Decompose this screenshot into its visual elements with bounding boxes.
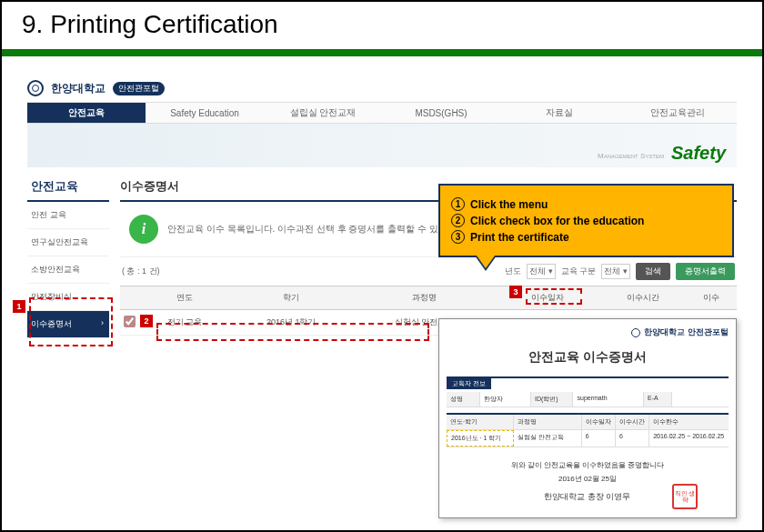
- slide: 9. Printing Certification 한양대학교 안전관포털 안전…: [0, 0, 764, 532]
- banner-subtitle: Management System: [598, 152, 664, 160]
- page-area: 한양대학교 안전관포털 안전교육 Safety Education 설립실 안전…: [2, 56, 762, 529]
- tab-lab-material[interactable]: 설립실 안전교재: [264, 103, 382, 123]
- cert-section-1: 교육자 전보 성명 한양자 ID(학번) supermath E-A: [447, 376, 729, 407]
- cert-logo-icon: [631, 328, 640, 337]
- info-text: 안전교육 이수 목록입니다. 이수과전 선택 후 증명서를 출력할 수 있습니다…: [167, 223, 468, 236]
- cert-signer: 한양대학교 총장 이영무 직인 생략: [447, 491, 729, 503]
- search-button[interactable]: 검색: [636, 263, 670, 280]
- sidebar-item-1[interactable]: 연구실안전교육: [27, 229, 109, 256]
- sidebar-title: 안전교육: [27, 173, 109, 202]
- col-check: [120, 286, 139, 310]
- sidebar-item-2[interactable]: 소방안전교육: [27, 256, 109, 284]
- marker-1: 1: [13, 300, 25, 313]
- col-hours: 이수시간: [599, 286, 686, 310]
- list-toolbar: ( 총 : 1 건) 년도 전체 ▾ 교육 구분 전체 ▾ 검색 증명서출력: [120, 257, 737, 286]
- cert-date: 2016년 02월 25일: [447, 474, 729, 484]
- banner: Management System Safety: [27, 124, 737, 167]
- tab-resources[interactable]: 자료실: [500, 103, 618, 123]
- cert-sec2-row: 2016년도 · 1 학기 실험실 안전교육 6 6 2016.02.25 ~ …: [447, 430, 729, 447]
- cert-logo-text: 한양대학교 안전관포털: [447, 326, 729, 338]
- highlight-box-1: [29, 297, 113, 346]
- step-text-1: Click the menu: [470, 198, 548, 211]
- sidebar-item-0[interactable]: 안전 교육: [27, 202, 109, 229]
- step-text-2: Click check box for the education: [470, 215, 644, 227]
- slide-title: 9. Printing Certification: [22, 10, 278, 39]
- year-label: 년도: [505, 266, 521, 277]
- title-underline: [2, 49, 762, 56]
- seal-stamp-icon: 직인 생략: [672, 484, 698, 509]
- type-select[interactable]: 전체 ▾: [601, 264, 630, 279]
- callout-step-1: 1 Click the menu: [451, 197, 721, 211]
- col-status: 이수: [686, 286, 737, 310]
- tab-safety-edu-en[interactable]: Safety Education: [146, 103, 264, 123]
- tab-msds[interactable]: MSDS(GHS): [382, 103, 500, 123]
- highlight-box-2: [156, 323, 429, 341]
- portal-badge: 안전관포털: [113, 82, 165, 95]
- highlight-box-3: [526, 288, 582, 305]
- step-num-3: 3: [451, 230, 465, 244]
- cert-sec2-header: 연도·학기 과정명 이수일자 이수시간 이수한수: [447, 415, 729, 430]
- cert-title: 안전교육 이수증명서: [447, 349, 729, 366]
- col-year: 연도: [139, 286, 230, 310]
- callout-step-3: 3 Print the certificate: [451, 230, 721, 244]
- print-cert-button[interactable]: 증명서출력: [676, 263, 735, 280]
- banner-brand: Safety: [671, 143, 726, 164]
- marker-3: 3: [509, 286, 522, 298]
- marker-2: 2: [140, 315, 153, 327]
- university-logo-icon: [27, 80, 44, 96]
- cert-section-2: 연도·학기 과정명 이수일자 이수시간 이수한수 2016년도 · 1 학기 실…: [447, 413, 729, 447]
- col-term: 학기: [230, 286, 352, 310]
- callout-step-2: 2 Click check box for the education: [451, 214, 721, 227]
- row-checkbox[interactable]: [124, 316, 136, 327]
- instruction-callout: 1 Click the menu 2 Click check box for t…: [438, 184, 734, 257]
- certificate-preview: 한양대학교 안전관포털 안전교육 이수증명서 교육자 전보 성명 한양자 ID(…: [438, 318, 737, 518]
- nav-tabs: 안전교육 Safety Education 설립실 안전교재 MSDS(GHS)…: [27, 102, 737, 124]
- step-num-1: 1: [451, 197, 465, 211]
- col-course: 과정명: [352, 286, 496, 310]
- cert-statement: 위와 같이 안전교육을 이수하였음을 증명합니다: [447, 460, 729, 470]
- cert-row-info: 성명 한양자 ID(학번) supermath E-A: [447, 392, 729, 407]
- type-label: 교육 구분: [561, 266, 597, 277]
- title-bar: 9. Printing Certification: [2, 2, 762, 47]
- year-select[interactable]: 전체 ▾: [527, 264, 556, 279]
- cert-sec1-label: 교육자 전보: [447, 378, 491, 389]
- university-header: 한양대학교 안전관포털: [27, 75, 737, 102]
- info-icon: i: [129, 215, 158, 244]
- count-label: ( 총 : 1 건): [122, 266, 160, 277]
- step-num-2: 2: [451, 214, 465, 227]
- tab-safety-edu[interactable]: 안전교육: [27, 103, 146, 123]
- tab-edu-manage[interactable]: 안전교육관리: [618, 103, 737, 123]
- step-text-3: Print the certificate: [470, 231, 569, 244]
- university-name: 한양대학교: [51, 81, 106, 96]
